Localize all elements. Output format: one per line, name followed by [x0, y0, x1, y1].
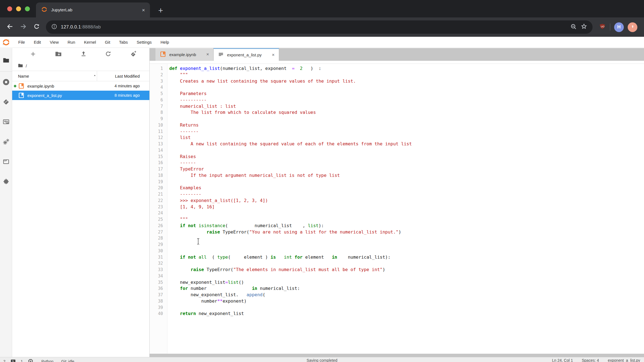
close-window-button[interactable] — [7, 6, 12, 11]
tab-close-icon[interactable]: × — [206, 52, 209, 57]
code-line[interactable]: If the input argument numerical_list is … — [169, 172, 644, 179]
code-line[interactable]: raise TypeError("The elements in numeric… — [169, 267, 644, 273]
minimize-window-button[interactable] — [16, 6, 21, 11]
ublock-extension-icon[interactable]: UO — [599, 23, 606, 32]
zoom-out-icon[interactable] — [570, 23, 577, 31]
code-line[interactable]: number**exponent) — [169, 298, 644, 305]
browser-update-icon[interactable] — [628, 22, 637, 32]
menu-item-view[interactable]: View — [45, 37, 63, 48]
code-line[interactable]: raise TypeError("You are not using a lis… — [169, 229, 644, 235]
sidebar-extension-manager-button[interactable] — [0, 172, 12, 192]
code-line[interactable]: Returns — [169, 122, 644, 128]
code-line[interactable] — [169, 147, 644, 154]
menu-item-help[interactable]: Help — [156, 37, 173, 48]
code-editor[interactable]: 1234567891011121314151617181920212223242… — [150, 64, 644, 354]
menu-item-tabs[interactable]: Tabs — [115, 37, 132, 48]
code-line[interactable]: TypeError — [169, 166, 644, 172]
tab-close-icon[interactable]: × — [272, 52, 275, 58]
code-line[interactable]: A new list containing the squared value … — [169, 141, 644, 147]
forward-button[interactable] — [18, 22, 29, 33]
code-line[interactable]: Raises — [169, 154, 644, 160]
address-bar[interactable]: 127.0.0.1:8888/lab — [46, 20, 593, 34]
column-header-name[interactable]: Name — [12, 74, 97, 78]
code-line[interactable] — [169, 273, 644, 279]
menu-item-edit[interactable]: Edit — [29, 37, 45, 48]
breadcrumb[interactable]: / — [12, 61, 149, 71]
close-tab-icon[interactable]: × — [142, 7, 145, 13]
new-tab-button[interactable]: + — [158, 6, 163, 15]
line-number: 23 — [150, 204, 167, 210]
line-number: 15 — [150, 154, 167, 160]
code-line[interactable]: new_exponent_list. append( — [169, 292, 644, 298]
tab-label[interactable]: example.ipynb — [169, 52, 196, 57]
browser-tab[interactable]: JupyterLab × — [36, 2, 150, 17]
breadcrumb-root[interactable]: / — [26, 64, 27, 68]
code-line[interactable] — [169, 242, 644, 248]
refresh-file-list-button[interactable] — [105, 50, 112, 59]
code-line[interactable]: return new_exponent_list — [169, 311, 644, 317]
editor-tab-exponent_a_list.py[interactable]: exponent_a_list.py × — [214, 48, 279, 61]
code-line[interactable] — [169, 210, 644, 216]
code-line[interactable] — [169, 305, 644, 311]
code-line[interactable]: list — [169, 135, 644, 141]
file-name[interactable]: example.ipynb — [27, 84, 94, 88]
upload-files-button[interactable] — [80, 50, 87, 59]
code-line[interactable] — [169, 235, 644, 242]
code-line[interactable]: Parameters — [169, 91, 644, 97]
code-line[interactable]: new_exponent_list=list() — [169, 279, 644, 286]
line-number: 36 — [150, 285, 167, 292]
code-line[interactable]: for number in numerical_list: — [169, 285, 644, 292]
code-content[interactable]: def exponent_a_list(numerical_list, expo… — [167, 64, 644, 354]
code-line[interactable]: [1, 4, 9, 16] — [169, 204, 644, 210]
code-line[interactable]: if not isinstance( numerical_list , list… — [169, 223, 644, 229]
menu-item-file[interactable]: File — [14, 37, 29, 48]
url-text[interactable]: 127.0.0.1:8888/lab — [61, 24, 101, 30]
code-line[interactable]: -------- — [169, 191, 644, 198]
new-folder-button[interactable] — [54, 50, 62, 59]
code-line[interactable] — [169, 260, 644, 267]
code-line[interactable]: numerical_list : list — [169, 103, 644, 110]
sidebar-running-sessions-button[interactable] — [0, 73, 12, 93]
back-button[interactable] — [4, 22, 15, 33]
code-line[interactable]: """ — [169, 216, 644, 223]
editor-bottom-scrollbar[interactable] — [150, 354, 644, 357]
zoom-window-button[interactable] — [25, 6, 30, 11]
line-number: 14 — [150, 147, 167, 154]
bookmark-star-icon[interactable] — [580, 23, 588, 31]
code-line[interactable]: ------- — [169, 128, 644, 135]
profile-avatar[interactable]: H — [614, 22, 624, 32]
column-header-modified[interactable]: Last Modified — [97, 71, 149, 81]
tab-label[interactable]: exponent_a_list.py — [227, 53, 262, 57]
code-line[interactable] — [169, 179, 644, 185]
sidebar-git-button[interactable] — [0, 93, 12, 112]
code-line[interactable]: >>> exponent_a_list([1, 2, 3, 4]) — [169, 198, 644, 204]
code-line[interactable]: """ — [169, 72, 644, 78]
git-clone-button[interactable] — [129, 50, 137, 59]
menu-item-kernel[interactable]: Kernel — [80, 37, 100, 48]
code-line[interactable]: ---------- — [169, 97, 644, 103]
menu-item-run[interactable]: Run — [63, 37, 80, 48]
menu-item-git[interactable]: Git — [100, 37, 115, 48]
sidebar-file-browser-button[interactable] — [0, 51, 12, 71]
code-line[interactable]: Examples — [169, 185, 644, 191]
file-row-example.ipynb[interactable]: example.ipynb 4 minutes ago — [12, 81, 149, 91]
sidebar-settings-gears-button[interactable] — [0, 132, 12, 152]
code-line[interactable]: ------ — [169, 160, 644, 166]
file-row-exponent_a_list.py[interactable]: exponent_a_list.py 8 minutes ago — [12, 91, 149, 100]
code-line[interactable] — [169, 116, 644, 122]
code-line[interactable] — [169, 248, 644, 254]
editor-tab-example.ipynb[interactable]: example.ipynb × — [155, 48, 214, 61]
file-name[interactable]: exponent_a_list.py — [27, 93, 94, 98]
site-info-icon[interactable] — [51, 23, 58, 31]
code-line[interactable] — [169, 84, 644, 91]
code-line[interactable]: def exponent_a_list(numerical_list, expo… — [169, 65, 644, 72]
git-clone-icon — [129, 50, 137, 59]
menu-item-settings[interactable]: Settings — [132, 37, 156, 48]
code-line[interactable]: The list from which to calculate squared… — [169, 109, 644, 116]
reload-button[interactable] — [31, 22, 42, 33]
code-line[interactable]: Creates a new list containing the square… — [169, 78, 644, 85]
code-line[interactable]: if not all ( type( element ) is int for … — [169, 254, 644, 261]
new-launcher-button[interactable] — [29, 50, 37, 59]
sidebar-open-tabs-button[interactable] — [0, 152, 12, 172]
sidebar-property-inspector-button[interactable] — [0, 112, 12, 132]
